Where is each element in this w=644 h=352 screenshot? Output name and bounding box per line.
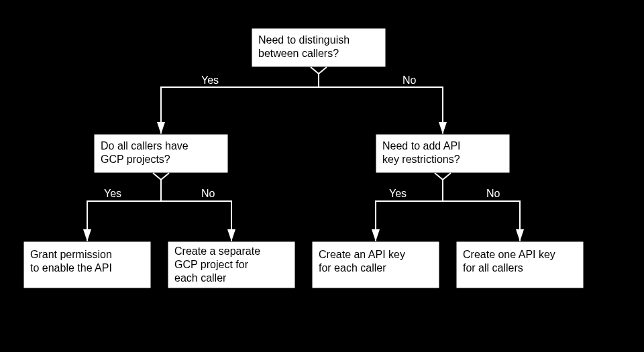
edge-root-qgcp-label: Yes — [201, 74, 219, 86]
a2-line3: each caller — [174, 272, 227, 284]
node-a4: Create one API key for all callers — [456, 241, 584, 288]
edge-root-qgcp — [161, 74, 319, 134]
node-root: Need to distinguish between callers? — [252, 28, 386, 67]
edge-qkey-a4-label: No — [486, 188, 500, 199]
a3-line2: for each caller — [319, 262, 386, 274]
edge-qkey-a3-label: Yes — [389, 188, 407, 199]
qkey-line2: key restrictions? — [382, 154, 460, 165]
root-line2: between callers? — [258, 48, 339, 59]
flowchart: Need to distinguish between callers? Yes… — [0, 0, 644, 352]
edge-root-qkey-label: No — [402, 74, 417, 86]
a2-line2: GCP project for — [174, 259, 249, 270]
edge-qgcp-a2 — [161, 180, 231, 241]
node-a1: Grant permission to enable the API — [23, 241, 151, 288]
fork-ornament-qgcp — [153, 173, 169, 180]
edge-qgcp-a1-label: Yes — [104, 188, 121, 199]
fork-ornament — [311, 67, 327, 74]
qkey-line1: Need to add API — [382, 140, 461, 152]
edge-qkey-a3 — [376, 180, 443, 241]
edge-qkey-a4 — [443, 180, 520, 241]
edge-root-qkey — [319, 74, 443, 134]
a3-line1: Create an API key — [319, 249, 405, 260]
qgcp-line1: Do all callers have — [101, 140, 189, 152]
a4-line1: Create one API key — [463, 249, 555, 260]
fork-ornament-qkey — [435, 173, 451, 180]
node-q-key: Need to add API key restrictions? — [376, 134, 510, 173]
qgcp-line2: GCP projects? — [101, 154, 170, 165]
a2-line1: Create a separate — [174, 245, 260, 257]
a1-line1: Grant permission — [30, 249, 112, 260]
root-line1: Need to distinguish — [258, 34, 350, 46]
node-a2: Create a separate GCP project for each c… — [168, 241, 295, 288]
edge-qgcp-a2-label: No — [201, 188, 215, 199]
a4-line2: for all callers — [463, 262, 523, 274]
a1-line2: to enable the API — [30, 262, 112, 274]
edge-qgcp-a1 — [87, 180, 161, 241]
node-a3: Create an API key for each caller — [312, 241, 439, 288]
node-q-gcp: Do all callers have GCP projects? — [94, 134, 228, 173]
